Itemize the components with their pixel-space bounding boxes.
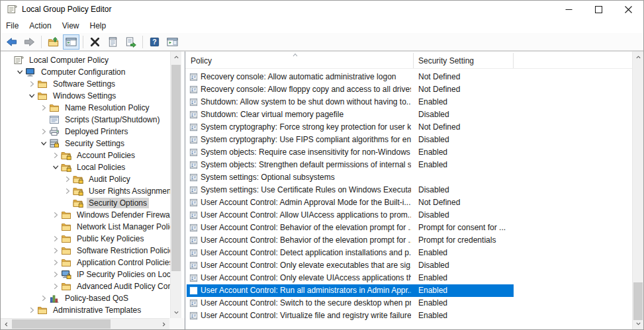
tree-item-deployed-printers[interactable]: Deployed Printers <box>1 126 170 138</box>
tree-item-public-key-policies[interactable]: Public Key Policies <box>1 233 170 245</box>
minimize-button[interactable] <box>554 1 584 18</box>
chevron-down-icon[interactable] <box>15 67 24 77</box>
tree-item-windows-settings[interactable]: Windows Settings <box>1 90 170 102</box>
folder-lock-icon <box>73 186 83 196</box>
policy-row[interactable]: User Account Control: Run all administra… <box>185 284 632 297</box>
tree-item-ip-security-policies-on-local-c[interactable]: IP Security Policies on Local C <box>1 268 170 280</box>
policy-row[interactable]: User Account Control: Only elevate execu… <box>185 259 632 272</box>
policy-row[interactable]: User Account Control: Only elevate UIAcc… <box>185 272 632 284</box>
up-one-level-button[interactable] <box>45 34 62 50</box>
scroll-up-arrow-icon[interactable] <box>171 52 182 63</box>
chevron-right-icon[interactable] <box>63 186 72 196</box>
tree-item-computer-configuration[interactable]: Computer Configuration <box>1 66 170 78</box>
chevron-right-icon[interactable] <box>27 79 36 89</box>
scrollbar-thumb[interactable] <box>633 282 643 320</box>
back-button[interactable] <box>3 34 20 50</box>
chevron-down-icon[interactable] <box>27 91 36 101</box>
show-action-pane-button[interactable] <box>164 34 181 50</box>
scroll-right-arrow-icon[interactable] <box>158 319 169 329</box>
scrollbar-thumb[interactable] <box>171 65 181 271</box>
tree-item-label: Windows Defender Firewall w <box>75 210 170 220</box>
tree-horizontal-scrollbar[interactable] <box>1 318 169 329</box>
maximize-button[interactable] <box>584 1 614 18</box>
tree-item-audit-policy[interactable]: Audit Policy <box>1 173 170 185</box>
policy-row[interactable]: User Account Control: Behavior of the el… <box>185 234 632 247</box>
tree-vertical-scrollbar[interactable] <box>170 52 181 318</box>
tree-item-user-rights-assignment[interactable]: User Rights Assignment <box>1 185 170 197</box>
chevron-right-icon[interactable] <box>27 306 36 315</box>
folder-icon <box>61 210 71 220</box>
policy-row[interactable]: Recovery console: Allow floppy copy and … <box>185 83 632 96</box>
policy-name: User Account Control: Behavior of the el… <box>201 223 411 232</box>
chevron-right-icon[interactable] <box>51 210 60 220</box>
menu-item-help[interactable]: Help <box>85 19 112 32</box>
menu-bar: File Action View Help <box>1 18 643 33</box>
tree-item-application-control-policies[interactable]: Application Control Policies <box>1 257 170 268</box>
chevron-right-icon[interactable] <box>51 234 60 243</box>
tree-item-local-policies[interactable]: Local Policies <box>1 161 170 173</box>
menu-item-view[interactable]: View <box>57 19 85 32</box>
column-header-policy[interactable]: Policy <box>185 53 414 68</box>
chevron-right-icon[interactable] <box>51 151 60 160</box>
policy-row[interactable]: User Account Control: Allow UIAccess app… <box>185 209 632 222</box>
help-button[interactable]: ? <box>146 34 163 50</box>
scroll-down-arrow-icon[interactable] <box>633 318 643 329</box>
forward-button[interactable] <box>21 34 38 50</box>
chevron-down-icon[interactable] <box>39 139 48 148</box>
chevron-right-icon[interactable] <box>51 258 60 267</box>
expander-icon <box>51 222 60 231</box>
tree-item-windows-defender-firewall-w[interactable]: Windows Defender Firewall w <box>1 209 170 221</box>
chevron-right-icon[interactable] <box>39 103 48 112</box>
tree-item-software-restriction-policies[interactable]: Software Restriction Policies <box>1 245 170 257</box>
menu-item-action[interactable]: Action <box>24 19 56 32</box>
menu-item-file[interactable]: File <box>1 19 24 32</box>
policy-row[interactable]: Shutdown: Allow system to be shut down w… <box>185 96 632 108</box>
tree-item-administrative-templates[interactable]: Administrative Templates <box>1 304 170 316</box>
column-header-security-setting[interactable]: Security Setting <box>414 53 514 68</box>
scroll-left-arrow-icon[interactable] <box>1 319 12 329</box>
chevron-right-icon[interactable] <box>63 175 72 184</box>
policy-row[interactable]: System settings: Use Certificate Rules o… <box>185 184 632 196</box>
policy-row[interactable]: User Account Control: Detect application… <box>185 247 632 259</box>
policy-name: User Account Control: Only elevate execu… <box>201 261 411 270</box>
tree-item-account-policies[interactable]: Account Policies <box>1 149 170 161</box>
policy-row[interactable]: System objects: Require case insensitivi… <box>185 146 632 159</box>
policy-row[interactable]: Shutdown: Clear virtual memory pagefile … <box>185 108 632 121</box>
close-button[interactable] <box>614 1 643 18</box>
tree-item-scripts-startup-shutdown[interactable]: Scripts (Startup/Shutdown) <box>1 114 170 126</box>
policy-row[interactable]: Recovery console: Allow automatic admini… <box>185 71 632 83</box>
policy-row[interactable]: User Account Control: Behavior of the el… <box>185 222 632 234</box>
scroll-up-arrow-icon[interactable] <box>633 52 643 63</box>
policy-row[interactable]: User Account Control: Admin Approval Mod… <box>185 196 632 209</box>
chevron-right-icon[interactable] <box>51 270 60 279</box>
list-vertical-scrollbar[interactable] <box>632 52 643 329</box>
tree-item-local-computer-policy[interactable]: Local Computer Policy <box>1 54 170 66</box>
scroll-down-arrow-icon[interactable] <box>171 307 182 318</box>
tree-item-security-options[interactable]: Security Options <box>1 197 170 209</box>
policy-row[interactable]: User Account Control: Switch to the secu… <box>185 297 632 309</box>
tree-item-policy-based-qos[interactable]: Policy-based QoS <box>1 292 170 304</box>
tree-item-security-settings[interactable]: Security Settings <box>1 138 170 149</box>
tree-item-advanced-audit-policy-confi[interactable]: Advanced Audit Policy Confi <box>1 280 170 292</box>
properties-button[interactable] <box>105 34 121 50</box>
chevron-down-icon[interactable] <box>51 163 60 172</box>
policy-row[interactable]: System cryptography: Force strong key pr… <box>185 121 632 134</box>
chevron-right-icon[interactable] <box>51 282 60 291</box>
chevron-right-icon[interactable] <box>39 127 48 136</box>
delete-button[interactable] <box>87 34 103 50</box>
properties-icon <box>107 36 118 48</box>
policy-row[interactable]: System cryptography: Use FIPS compliant … <box>185 134 632 146</box>
export-list-button[interactable] <box>122 34 139 50</box>
chevron-right-icon[interactable] <box>51 246 60 255</box>
scrollbar-thumb[interactable] <box>12 319 111 329</box>
policy-row[interactable]: System settings: Optional subsystems <box>185 171 632 184</box>
policy-row[interactable]: System objects: Strengthen default permi… <box>185 159 632 171</box>
show-console-tree-button[interactable] <box>63 34 79 50</box>
tree-item-network-list-manager-policie[interactable]: Network List Manager Policie <box>1 221 170 233</box>
policy-row[interactable]: User Account Control: Virtualize file an… <box>185 309 632 322</box>
tree-item-software-settings[interactable]: Software Settings <box>1 78 170 90</box>
chevron-right-icon[interactable] <box>39 294 48 303</box>
policy-name: System cryptography: Force strong key pr… <box>201 122 411 132</box>
tree-item-name-resolution-policy[interactable]: Name Resolution Policy <box>1 102 170 114</box>
tree-item-label: Account Policies <box>75 150 137 161</box>
